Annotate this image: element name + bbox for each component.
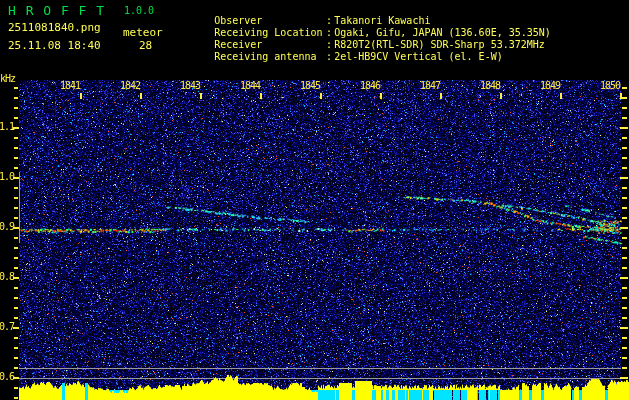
output-filename: 2511081840.png — [8, 22, 101, 33]
echo-count: 28 — [139, 40, 152, 51]
info-value: Ogaki, Gifu, JAPAN (136.60E, 35.35N) — [334, 27, 551, 38]
y-axis-tick-label: 0.6 — [0, 372, 14, 382]
info-separator: : — [324, 39, 334, 51]
y-axis-tick-label: 1.1 — [0, 122, 14, 132]
x-axis-tick-label: 1849 — [535, 81, 560, 91]
y-axis-unit-label: kHz — [0, 74, 15, 84]
info-separator: : — [324, 27, 334, 39]
x-axis-tick-label: 1842 — [115, 81, 140, 91]
mode-label: meteor — [123, 27, 163, 38]
info-label: Receiving antenna — [214, 51, 324, 63]
x-axis-tick-label: 1844 — [235, 81, 260, 91]
x-axis-tick-label: 1846 — [355, 81, 380, 91]
y-axis-tick-label: 0.9 — [0, 222, 14, 232]
x-axis-tick-label: 1845 — [295, 81, 320, 91]
x-axis-tick-label: 1843 — [175, 81, 200, 91]
info-label: Receiver — [214, 39, 324, 51]
y-axis-tick-label: 1.0 — [0, 172, 14, 182]
info-separator: : — [324, 15, 334, 27]
info-value: Takanori Kawachi — [334, 15, 430, 26]
x-axis-tick-label: 1847 — [415, 81, 440, 91]
app-version: 1.0.0 — [124, 6, 154, 16]
info-label: Observer — [214, 15, 324, 27]
observation-datetime: 25.11.08 18:40 — [8, 40, 101, 51]
station-info: Observer:Takanori Kawachi Receiving Loca… — [178, 3, 551, 51]
info-value: R820T2(RTL-SDR) SDR-Sharp 53.372MHz — [334, 39, 545, 50]
y-axis-tick-label: 0.7 — [0, 322, 14, 332]
info-value: 2el-HB9CV Vertical (el. E-W) — [334, 51, 503, 62]
x-axis-tick-label: 1841 — [55, 81, 80, 91]
hrofft-screenshot: H R O F F T 1.0.0 2511081840.png meteor … — [0, 0, 629, 400]
app-title: H R O F F T — [8, 4, 105, 17]
x-axis-tick-label: 1848 — [475, 81, 500, 91]
info-row-observer: Observer:Takanori Kawachi — [178, 3, 551, 15]
info-label: Receiving Location — [214, 27, 324, 39]
y-axis-tick-label: 0.8 — [0, 272, 14, 282]
info-separator: : — [324, 51, 334, 63]
x-axis-tick-label: 1850 — [595, 81, 620, 91]
